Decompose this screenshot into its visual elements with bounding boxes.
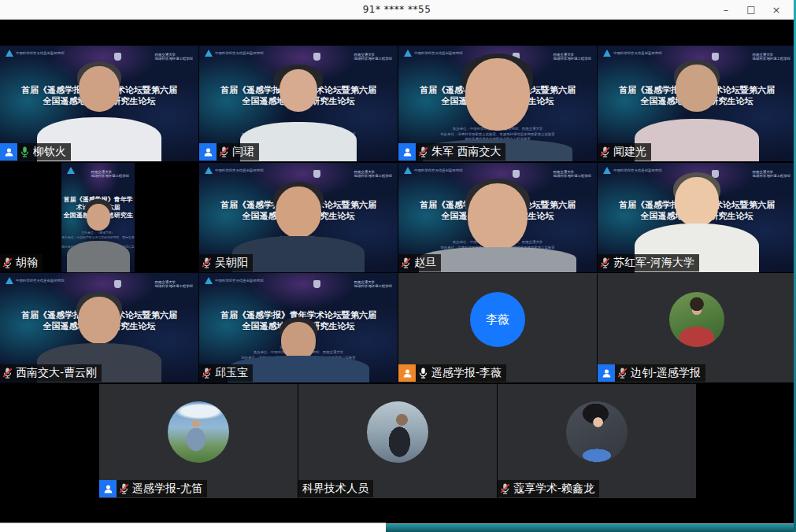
participant-name: 闻建光 <box>612 143 651 161</box>
org-left-text: 中国科学院空天信息创新研究院 <box>215 168 264 172</box>
video-grid: 中国科学院空天信息创新研究院 西南交通大学地球科学与环境工程学院 首届《遥感学报… <box>0 20 794 523</box>
slide-detail-line: 主办单位：《遥感学报》 <box>678 123 716 127</box>
org-right-text: 西南交通大学地球科学与环境工程学院 <box>91 170 129 178</box>
participant-tile[interactable]: 李薇 遥感学报-李薇 <box>398 273 597 382</box>
swjtu-logo-icon <box>313 280 320 288</box>
slide-detail-line: 承办单位：中国科学院空天信息创新研究院、西南交通大学 <box>54 350 144 354</box>
mic-muted-icon <box>598 143 612 161</box>
slide-detail-line: 主办单位：《遥感学报》 <box>280 123 317 127</box>
name-label: 闫珺 <box>199 143 259 161</box>
slide-details: 主办单位：《遥感学报》承办单位：中国科学院空天信息创新研究院、西南交通大学协办单… <box>200 122 398 146</box>
participant-tile[interactable]: 遥感学报-尤笛 <box>99 384 298 498</box>
mic-muted-icon <box>217 143 231 161</box>
slide-detail-line: 承办单位：中国科学院空天信息创新研究院、西南交通大学 <box>254 127 343 131</box>
background-window-edge <box>386 523 796 532</box>
name-label: 边钊-遥感学报 <box>598 364 705 382</box>
name-label: 吴朝阳 <box>199 254 253 272</box>
org-left-text: 中国科学院空天信息创新研究院 <box>16 279 65 283</box>
slide-detail-line: 协办单位：遥感科学国家重点实验室、资源与环境信息系统国家重点实验室 <box>241 355 355 359</box>
slide-detail-line: 测绘遥感信息技术国家地方联合工程实验室 <box>69 255 127 258</box>
org-logo-right: 西南交通大学地球科学与环境工程学院 <box>61 167 129 181</box>
participant-name: 边钊-遥感学报 <box>629 364 705 382</box>
slide-title-line1: 首届《遥感学报》青年学术论坛暨第六届 <box>619 200 775 210</box>
swjtu-logo-icon <box>513 170 520 178</box>
participant-name: 柳钦火 <box>31 143 71 161</box>
participant-tile[interactable]: 中国科学院空天信息创新研究院 西南交通大学地球科学与环境工程学院 首届《遥感学报… <box>199 273 398 382</box>
slide-detail-line: 测绘遥感信息技术国家地方联合工程实验室 <box>664 249 730 253</box>
org-right-text: 西南交通大学地球科学与环境工程学院 <box>155 53 193 61</box>
slide-detail-line: 主办单位：《遥感学报》 <box>479 123 516 127</box>
participant-tile[interactable]: 科界技术人员 <box>298 384 497 498</box>
participant-tile[interactable]: 中国科学院空天信息创新研究院 西南交通大学地球科学与环境工程学院 首届《遥感学报… <box>199 46 398 161</box>
org-right-text: 西南交通大学地球科学与环境工程学院 <box>553 170 591 178</box>
org-logo-right: 西南交通大学地球科学与环境工程学院 <box>313 277 392 291</box>
maximize-button[interactable]: □ <box>740 1 762 18</box>
mic-muted-icon <box>0 254 14 272</box>
org-right-text: 西南交通大学地球科学与环境工程学院 <box>753 53 790 61</box>
slide-detail-line: 测绘遥感信息技术国家地方联合工程实验室 <box>66 360 132 364</box>
name-label: 苏红军-河海大学 <box>598 254 699 272</box>
participant-tile[interactable]: 边钊-遥感学报 <box>598 273 796 382</box>
slide-title-line2: 全国遥感地理信息研究生论坛 <box>43 96 156 106</box>
cas-logo-icon <box>6 50 13 57</box>
participant-tile[interactable]: 中国科学院空天信息创新研究院 西南交通大学地球科学与环境工程学院 首届《遥感学报… <box>398 46 597 161</box>
slide-title-line1: 首届《遥感学报》青年学术论坛暨第六届 <box>420 85 576 95</box>
person-badge-icon <box>398 364 416 382</box>
slide-title-line1: 首届《遥感学报》青年学术论坛暨第六届 <box>21 310 177 320</box>
org-logo-right: 西南交通大学地球科学与环境工程学院 <box>513 50 591 64</box>
org-right-text: 西南交通大学地球科学与环境工程学院 <box>155 280 193 288</box>
cas-logo-icon <box>404 167 412 174</box>
org-logo-right: 西南交通大学地球科学与环境工程学院 <box>313 50 392 64</box>
cas-logo-icon <box>6 277 13 284</box>
cas-logo-icon <box>603 50 611 57</box>
participant-tile[interactable]: 蔻享学术-赖鑫龙 <box>498 384 696 498</box>
participant-tile[interactable]: 中国科学院空天信息创新研究院 西南交通大学地球科学与环境工程学院 首届《遥感学报… <box>0 46 198 161</box>
slide-detail-line: 协办单位：遥感科学国家重点实验室、资源与环境信息系统国家重点实验室 <box>42 132 156 136</box>
slide-title: 首届《遥感学报》青年学术论坛暨第六届 全国遥感地理信息研究生论坛 <box>199 200 398 222</box>
org-logo-right: 西南交通大学地球科学与环境工程学院 <box>313 167 392 181</box>
avatar-circle: 李薇 <box>470 292 525 347</box>
participant-name: 赵旦 <box>413 254 441 272</box>
titlebar[interactable]: 91* **** **55 – □ × <box>0 0 794 20</box>
person-badge-icon <box>199 143 217 161</box>
slide-detail-line: 测绘遥感信息技术国家地方联合工程实验室 <box>66 137 132 141</box>
slide-detail-line: 南京大学、中山大学 <box>482 254 513 258</box>
org-right-text: 西南交通大学地球科学与环境工程学院 <box>753 170 790 178</box>
participant-tile[interactable]: 中国科学院空天信息创新研究院 西南交通大学地球科学与环境工程学院 首届《遥感学报… <box>598 46 796 161</box>
participant-name: 遥感学报-尤笛 <box>131 480 207 497</box>
swjtu-logo-icon <box>513 53 520 61</box>
swjtu-logo-icon <box>313 53 320 61</box>
org-right-subname: 地球科学与环境工程学院 <box>354 174 392 178</box>
slide-detail-line: 主办单位：《遥感学报》 <box>678 235 716 239</box>
close-button[interactable]: × <box>765 1 787 18</box>
mic-muted-icon <box>0 364 14 382</box>
slide-detail-line: 承办单位：中国科学院空天信息创新研究院、西南交通大学 <box>652 240 742 244</box>
slide-detail-line: 承办单位：中国科学院空天信息创新研究院、西南交通大学 <box>54 127 144 131</box>
org-logo-left: 中国科学院空天信息创新研究院 <box>404 167 502 174</box>
participant-name: 闫珺 <box>231 143 259 161</box>
participant-tile[interactable]: 中国科学院空天信息创新研究院 西南交通大学地球科学与环境工程学院 首届《遥感学报… <box>398 163 597 272</box>
slide-detail-line: 测绘遥感信息技术国家地方联合工程实验室 <box>664 137 730 141</box>
mic-muted-icon <box>498 480 512 497</box>
participant-tile[interactable]: 中国科学院空天信息创新研究院 西南交通大学地球科学与环境工程学院 首届《遥感学报… <box>0 273 198 382</box>
slide-title-line1: 首届《遥感学报》青年学术论坛暨第六届 <box>220 200 376 210</box>
slide-detail-line: 南京大学、中山大学 <box>283 364 314 368</box>
slide-title: 首届《遥感学报》青年学术论坛暨第六届 全国遥感地理信息研究生论坛 <box>61 196 135 227</box>
slide-title: 首届《遥感学报》青年学术论坛暨第六届 全国遥感地理信息研究生论坛 <box>199 85 398 107</box>
participant-name: 朱军 西南交大 <box>430 143 505 161</box>
slide-detail-line: 测绘遥感信息技术国家地方联合工程实验室 <box>465 137 531 141</box>
participant-name: 吴朝阳 <box>213 254 253 272</box>
slide-detail-line: 协办单位：遥感科学国家重点实验室、资源与环境信息系统国家重点实验室 <box>62 246 135 253</box>
participant-name: 蔻享学术-赖鑫龙 <box>512 480 599 497</box>
participant-tile[interactable]: 中国科学院空天信息创新研究院 西南交通大学地球科学与环境工程学院 首届《遥感学报… <box>199 163 398 272</box>
name-label: 科界技术人员 <box>298 480 373 497</box>
org-logo-left: 中国科学院空天信息创新研究院 <box>404 50 502 57</box>
minimize-button[interactable]: – <box>715 1 737 18</box>
org-left-text: 中国科学院空天信息创新研究院 <box>16 51 65 55</box>
participant-tile[interactable]: 中国科学院空天信息创新研究院 西南交通大学地球科学与环境工程学院 首届《遥感学报… <box>598 163 796 272</box>
mic-muted-icon <box>199 254 213 272</box>
slide-detail-line: 协办单位：遥感科学国家重点实验室、资源与环境信息系统国家重点实验室 <box>440 245 554 249</box>
slide-title-line2: 全国遥感地理信息研究生论坛 <box>243 96 355 106</box>
org-logo-right: 西南交通大学地球科学与环境工程学院 <box>712 167 790 181</box>
participant-tile[interactable]: 中国科学院空天信息创新研究院 西南交通大学地球科学与环境工程学院 首届《遥感学报… <box>0 163 198 272</box>
